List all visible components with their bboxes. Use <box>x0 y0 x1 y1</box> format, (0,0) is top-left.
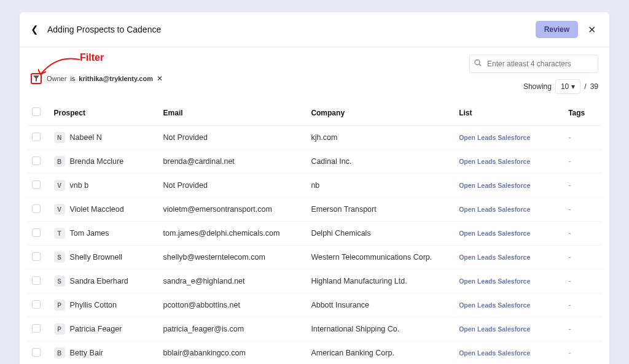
page-size-select[interactable]: 10 ▾ <box>555 79 580 94</box>
row-checkbox[interactable] <box>32 276 41 285</box>
prospect-cell: BBrenda Mcclure <box>54 156 154 167</box>
filter-chip-remove-icon[interactable]: ✕ <box>157 74 163 83</box>
prospect-table-wrap: Prospect Email Company List Tags NNabeel… <box>20 98 609 364</box>
col-header-prospect[interactable]: Prospect <box>49 100 158 126</box>
tags-cell: - <box>568 253 571 261</box>
list-badge[interactable]: Open Leads Salesforce <box>459 158 530 165</box>
avatar: S <box>54 252 65 263</box>
col-header-company[interactable]: Company <box>306 100 454 126</box>
email-cell: patricia_feager@is.com <box>158 317 307 341</box>
prospect-name: Tom James <box>70 229 109 238</box>
tags-cell: - <box>568 205 571 214</box>
avatar: B <box>54 347 65 358</box>
prospect-cell: TTom James <box>54 228 154 239</box>
avatar: N <box>54 132 65 143</box>
modal-panel: ❮ Adding Prospects to Cadence Review ✕ F… <box>20 12 609 364</box>
list-badge[interactable]: Open Leads Salesforce <box>459 325 530 333</box>
table-row[interactable]: BBetty Bairbblair@abankingco.comAmerican… <box>27 341 602 365</box>
row-checkbox[interactable] <box>32 204 41 213</box>
table-row[interactable]: Vvnb bNot ProvidednbOpen Leads Salesforc… <box>27 174 602 198</box>
prospect-cell: Vvnb b <box>54 180 154 191</box>
showing-label: Showing <box>523 82 552 91</box>
avatar: V <box>54 180 65 191</box>
annotation-filter-label: Filter <box>80 52 104 63</box>
col-header-email[interactable]: Email <box>158 100 307 126</box>
company-cell: kjh.com <box>306 126 454 150</box>
avatar: P <box>54 300 65 311</box>
table-row[interactable]: TTom Jamestom.james@delphi.chemicals.com… <box>27 222 602 246</box>
filter-area: Filter Owner is krithika@tryklenty.com ✕ <box>31 55 163 84</box>
row-checkbox[interactable] <box>32 157 41 165</box>
avatar: S <box>54 276 65 287</box>
tags-cell: - <box>568 157 571 166</box>
prospect-cell: NNabeel N <box>54 132 154 143</box>
list-badge[interactable]: Open Leads Salesforce <box>459 277 530 285</box>
row-checkbox[interactable] <box>32 133 41 141</box>
table-row[interactable]: PPatricia Feagerpatricia_feager@is.comIn… <box>27 317 602 341</box>
email-cell: Not Provided <box>158 126 307 150</box>
header-right: Review ✕ <box>536 21 598 38</box>
prospect-name: Sandra Eberhard <box>70 277 128 285</box>
table-row[interactable]: SSandra Eberhardsandra_e@highland.netHig… <box>27 269 602 293</box>
modal-header: ❮ Adding Prospects to Cadence Review ✕ <box>20 12 609 47</box>
col-header-list[interactable]: List <box>454 100 563 126</box>
list-badge[interactable]: Open Leads Salesforce <box>459 206 530 213</box>
select-all-checkbox[interactable] <box>32 107 41 116</box>
search-input[interactable] <box>469 55 598 73</box>
review-button[interactable]: Review <box>536 21 578 38</box>
search-box <box>469 55 598 73</box>
row-checkbox[interactable] <box>32 180 41 189</box>
row-checkbox[interactable] <box>32 252 41 261</box>
filter-row: Owner is krithika@tryklenty.com ✕ <box>31 73 163 84</box>
tags-cell: - <box>568 181 571 190</box>
company-cell: Emerson Transport <box>306 198 454 222</box>
prospect-name: Nabeel N <box>70 133 102 142</box>
prospect-cell: PPhyllis Cotton <box>54 300 154 311</box>
prospect-name: Phyllis Cotton <box>70 301 117 309</box>
row-checkbox[interactable] <box>32 228 41 237</box>
row-checkbox[interactable] <box>32 300 41 309</box>
table-row[interactable]: SShelly Brownellshellyb@westerntelecom.c… <box>27 246 602 269</box>
close-icon[interactable]: ✕ <box>585 24 598 36</box>
list-badge[interactable]: Open Leads Salesforce <box>459 182 530 189</box>
company-cell: American Banking Corp. <box>306 341 454 365</box>
showing-total: 39 <box>590 82 598 91</box>
prospect-cell: SShelly Brownell <box>54 252 154 263</box>
company-cell: International Shipping Co. <box>306 317 454 341</box>
table-row[interactable]: PPhyllis Cottonpcotton@abbottins.netAbbo… <box>27 293 602 317</box>
chevron-down-icon: ▾ <box>571 82 575 91</box>
col-header-tags[interactable]: Tags <box>563 100 602 126</box>
company-cell: Western Telecommunications Corp. <box>306 246 454 269</box>
email-cell: pcotton@abbottins.net <box>158 293 307 317</box>
back-chevron-icon[interactable]: ❮ <box>31 24 39 35</box>
list-badge[interactable]: Open Leads Salesforce <box>459 349 530 357</box>
showing-sep: / <box>584 82 586 91</box>
prospect-cell: BBetty Bair <box>54 347 154 358</box>
row-checkbox[interactable] <box>32 348 41 357</box>
table-row[interactable]: VViolet Maccleodvioletm@emersontransport… <box>27 198 602 222</box>
list-badge[interactable]: Open Leads Salesforce <box>459 134 530 141</box>
list-badge[interactable]: Open Leads Salesforce <box>459 301 530 309</box>
list-badge[interactable]: Open Leads Salesforce <box>459 230 530 237</box>
avatar: T <box>54 228 65 239</box>
tags-cell: - <box>568 301 571 309</box>
list-badge[interactable]: Open Leads Salesforce <box>459 254 530 261</box>
table-row[interactable]: BBrenda Mcclurebrenda@cardinal.netCadina… <box>27 150 602 174</box>
prospect-cell: PPatricia Feager <box>54 323 154 335</box>
toolbar: Filter Owner is krithika@tryklenty.com ✕ <box>20 47 609 98</box>
filter-chip-op: is <box>70 75 75 82</box>
tags-cell: - <box>568 325 571 333</box>
filter-icon[interactable] <box>31 73 42 84</box>
prospect-cell: SSandra Eberhard <box>54 276 154 287</box>
company-cell: Highland Manufacturing Ltd. <box>306 269 454 293</box>
company-cell: Cadinal Inc. <box>306 150 454 174</box>
prospect-name: Shelly Brownell <box>70 253 122 261</box>
prospect-name: vnb b <box>70 181 89 190</box>
avatar: V <box>54 204 65 215</box>
tags-cell: - <box>568 349 571 357</box>
table-row[interactable]: NNabeel NNot Providedkjh.comOpen Leads S… <box>27 126 602 150</box>
showing-row: Showing 10 ▾ / 39 <box>523 79 598 94</box>
prospect-name: Betty Bair <box>70 349 103 357</box>
row-checkbox[interactable] <box>32 324 41 333</box>
prospect-name: Violet Maccleod <box>70 205 124 214</box>
